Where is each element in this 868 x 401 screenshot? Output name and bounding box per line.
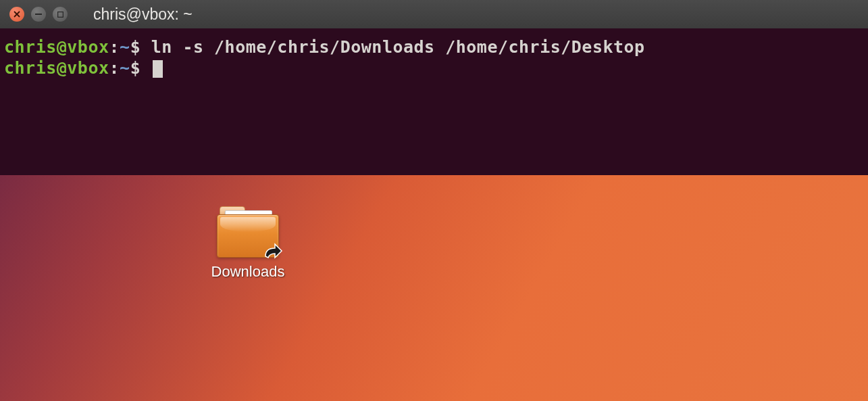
terminal-cursor xyxy=(153,60,163,78)
window-titlebar: chris@vbox: ~ xyxy=(0,0,868,28)
prompt-colon: : xyxy=(109,58,120,78)
shortcut-arrow-icon xyxy=(263,243,283,260)
svg-rect-3 xyxy=(57,11,63,17)
desktop-background[interactable]: Downloads xyxy=(0,175,868,401)
terminal-line: chris@vbox:~$ xyxy=(4,57,864,78)
window-maximize-button[interactable] xyxy=(53,7,68,22)
desktop-icon-label: Downloads xyxy=(204,263,292,281)
folder-icon xyxy=(217,206,279,258)
prompt-user: chris@vbox xyxy=(4,58,109,78)
prompt-dollar: $ xyxy=(130,58,151,78)
prompt-dollar: $ xyxy=(130,37,151,57)
minimize-icon xyxy=(35,14,42,15)
window-minimize-button[interactable] xyxy=(31,7,46,22)
maximize-icon xyxy=(57,11,63,18)
terminal-area[interactable]: chris@vbox:~$ ln -s /home/chris/Download… xyxy=(0,28,868,175)
terminal-line: chris@vbox:~$ ln -s /home/chris/Download… xyxy=(4,37,864,57)
desktop-shortcut-downloads[interactable]: Downloads xyxy=(204,206,292,281)
window-close-button[interactable] xyxy=(9,7,24,22)
close-icon xyxy=(14,11,20,18)
prompt-colon: : xyxy=(109,37,120,57)
window-title: chris@vbox: ~ xyxy=(93,5,193,24)
prompt-path: ~ xyxy=(120,37,130,57)
prompt-user: chris@vbox xyxy=(4,37,109,57)
svg-rect-2 xyxy=(35,14,42,15)
terminal-command: ln -s /home/chris/Downloads /home/chris/… xyxy=(151,37,645,57)
prompt-path: ~ xyxy=(120,58,130,78)
